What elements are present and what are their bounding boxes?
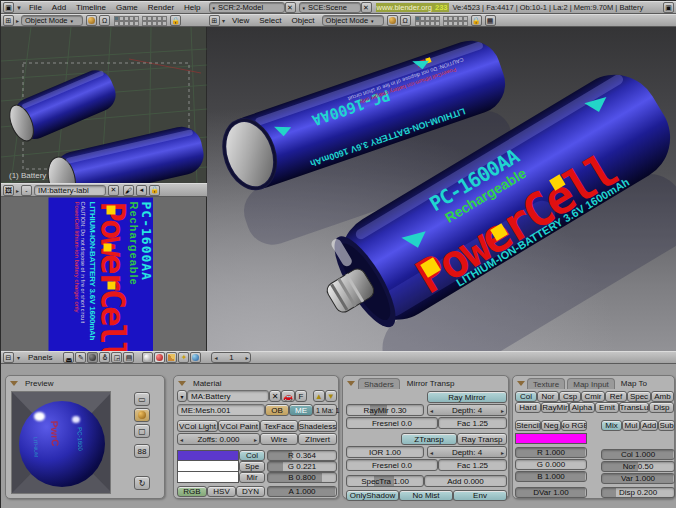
add-slider[interactable]: Add 0.000 — [424, 475, 507, 487]
blend-mul-button[interactable]: Mul — [622, 420, 640, 431]
color-g-slider[interactable]: G 0.221 — [267, 461, 337, 472]
texture-color-swatch[interactable] — [515, 433, 587, 444]
dvar-slider[interactable]: DVar 1.00 — [515, 487, 587, 498]
raymir-slider[interactable]: RayMir 0.30 — [346, 404, 424, 416]
image-browse-button[interactable]: - — [21, 185, 32, 196]
mapto-translu-button[interactable]: TransLu — [619, 402, 649, 413]
vcol-light-button[interactable]: VCol Light — [177, 420, 218, 432]
map-to-tab[interactable]: Map To — [617, 379, 651, 388]
left-mode-selector[interactable]: Object Mode▾ — [21, 15, 83, 26]
mapto-col-button[interactable]: Col — [515, 391, 537, 402]
main-header-collapse-icon[interactable]: ▾ — [222, 17, 225, 24]
texcol-r-slider[interactable]: R 1.000 — [515, 447, 587, 458]
world-subcontext-icon[interactable] — [190, 352, 201, 363]
ob-toggle-button[interactable]: OB — [265, 404, 289, 416]
uv-image-editor[interactable]: PC-1600AA Rechargeable PowerCell LITHIUM… — [1, 197, 207, 351]
ztransp-button[interactable]: ZTransp — [401, 433, 457, 445]
image-paint-icon[interactable]: 🖌 — [123, 185, 134, 196]
mapto-disp-button[interactable]: Disp — [649, 402, 674, 413]
shadeless-button[interactable]: Shadeless — [298, 420, 337, 432]
render-preview-icon[interactable]: ▦ — [485, 15, 496, 26]
diffuse-color-swatch[interactable] — [177, 450, 239, 461]
image-editor-type-icon[interactable]: 🖼 — [3, 185, 14, 196]
window-fullscreen-icon[interactable]: ▣ — [663, 2, 674, 13]
main-3d-viewport[interactable]: PC-1600AA CAUTION: Do not dispose of in … — [207, 27, 676, 351]
image-pin-icon[interactable]: ◂ — [136, 185, 147, 196]
mapto-nor-button[interactable]: Nor — [537, 391, 559, 402]
mirror-fac-slider[interactable]: Fac 1.25 — [438, 417, 507, 429]
disp-amount-slider[interactable]: Disp 0.200 — [601, 487, 675, 498]
mirror-depth-stepper[interactable]: ◂Depth: 4▸ — [427, 404, 507, 416]
image-header-expand-icon[interactable]: ▸ — [16, 187, 19, 194]
material-delete-button[interactable]: ✕ — [269, 390, 281, 402]
norgb-button[interactable]: No RGB — [561, 420, 587, 431]
shaders-collapse-icon[interactable] — [347, 381, 355, 386]
col-mode-button[interactable]: Col — [239, 450, 265, 461]
ior-slider[interactable]: IOR 1.00 — [346, 446, 424, 458]
preview-plane-button[interactable]: ▭ — [134, 392, 150, 406]
material-browse-button[interactable]: ▾ — [177, 390, 187, 402]
editing-context-icon[interactable]: ◲ — [111, 352, 122, 363]
dyn-button[interactable]: DYN — [236, 486, 265, 497]
mapto-csp-button[interactable]: Csp — [559, 391, 581, 402]
preview-refresh-button[interactable]: ↻ — [134, 476, 150, 490]
material-nodes-up-button[interactable]: ▲ — [313, 390, 325, 402]
specular-color-swatch[interactable] — [177, 461, 239, 472]
menu-game[interactable]: Game — [111, 3, 143, 12]
radiosity-subcontext-icon[interactable]: ✦ — [178, 352, 189, 363]
hsv-button[interactable]: HSV — [207, 486, 236, 497]
mapto-ref-button[interactable]: Ref — [605, 391, 627, 402]
mirror-transp-tab[interactable]: Mirror Transp — [403, 379, 459, 388]
scene-selector[interactable]: ▾SCE:Scene — [299, 2, 361, 13]
panels-menu[interactable]: Panels — [23, 353, 57, 362]
main-mode-selector[interactable]: Object Mode▾ — [322, 15, 384, 26]
wire-button[interactable]: Wire — [260, 433, 298, 445]
menu-select[interactable]: Select — [254, 16, 286, 25]
mirror-color-swatch[interactable] — [177, 472, 239, 483]
preview-cube-button[interactable]: ▢ — [134, 424, 150, 438]
left-pivot-icon[interactable]: Ω — [99, 15, 110, 26]
me-toggle-button[interactable]: ME — [289, 404, 313, 416]
left-lock-icon[interactable]: 🔒 — [170, 15, 181, 26]
spectra-slider[interactable]: SpecTra 1.00 — [346, 475, 424, 487]
material-index-stepper[interactable]: 1 Ma: 1 — [313, 404, 337, 416]
texcol-g-slider[interactable]: G 0.000 — [515, 459, 587, 470]
material-subcontext-icon[interactable] — [154, 352, 165, 363]
mapto-cmir-button[interactable]: Cmir — [581, 391, 605, 402]
preview-collapse-icon[interactable] — [10, 381, 18, 386]
material-fakeuser-button[interactable]: F — [295, 390, 307, 402]
neg-button[interactable]: Neg — [541, 420, 561, 431]
left-3d-viewport[interactable]: (1) Battery — [1, 27, 207, 183]
image-lock-icon[interactable]: 🔒 — [149, 185, 160, 196]
color-b-slider[interactable]: B 0.800 — [267, 472, 337, 483]
mapto-hard-button[interactable]: Hard — [515, 402, 541, 413]
material-autoname-button[interactable]: 🚗 — [281, 390, 295, 402]
zoffs-stepper[interactable]: ◂Zoffs: 0.000▸ — [177, 433, 260, 445]
object-context-icon[interactable]: ⛢ — [99, 352, 110, 363]
texture-tab[interactable]: Texture — [527, 378, 565, 389]
buttons-header-collapse-icon[interactable]: ▾ — [17, 354, 20, 361]
image-name-field[interactable]: IM:battery-labl — [34, 185, 106, 196]
mirror-fresnel-slider[interactable]: Fresnel 0.0 — [346, 417, 438, 429]
preview-osa-button[interactable]: 88 — [134, 444, 150, 458]
texcol-b-slider[interactable]: B 1.000 — [515, 471, 587, 482]
no-mist-button[interactable]: No Mist — [399, 490, 453, 501]
map-input-tab[interactable]: Map Input — [567, 378, 615, 389]
main-layer-buttons[interactable] — [415, 16, 468, 26]
shaders-tab[interactable]: Shaders — [358, 378, 400, 389]
menu-file[interactable]: File — [24, 3, 47, 12]
window-type-icon[interactable]: ▣ — [3, 2, 14, 13]
script-context-icon[interactable]: ✎ — [75, 352, 86, 363]
buttons-window-type-icon[interactable]: ⊟ — [3, 352, 14, 363]
image-delete-button[interactable]: ✕ — [108, 185, 119, 196]
mir-mode-button[interactable]: Mir — [239, 472, 265, 483]
transp-fresnel-slider[interactable]: Fresnel 0.0 — [346, 459, 438, 471]
texture-collapse-icon[interactable] — [517, 381, 525, 386]
left-viewport-type-icon[interactable]: ⊞ — [3, 15, 14, 26]
left-header-expand-icon[interactable]: ▸ — [16, 17, 19, 24]
main-draw-mode-icon[interactable] — [387, 15, 398, 26]
header-collapse-icon[interactable]: ▼ — [16, 5, 22, 11]
transp-fac-slider[interactable]: Fac 1.25 — [438, 459, 507, 471]
mapto-amb-button[interactable]: Amb — [651, 391, 674, 402]
menu-render[interactable]: Render — [143, 3, 179, 12]
